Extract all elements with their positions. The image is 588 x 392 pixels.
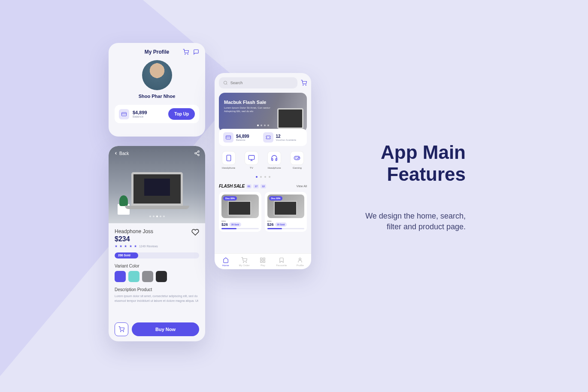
banner-dots[interactable] [219, 120, 307, 128]
tab-label: My Order [235, 264, 253, 267]
star-icon: ★ ★ ★ ★ ★ [115, 244, 137, 248]
tab-icon [297, 257, 303, 263]
tab-favourite[interactable]: Favourite [272, 257, 291, 267]
svg-point-5 [195, 152, 197, 154]
product-thumb: Disc 80% [221, 194, 259, 218]
tab-icon [223, 257, 229, 263]
category-item[interactable]: Handphone [219, 151, 238, 169]
chat-icon[interactable] [193, 49, 199, 55]
category-item[interactable]: Gaming [288, 151, 307, 169]
flash-price: $26 [267, 222, 274, 227]
tab-label: Pay [254, 264, 272, 267]
flash-price: $26 [221, 222, 228, 227]
profile-name: Shoo Phar Nhoe [115, 94, 199, 99]
flash-progress [267, 228, 305, 229]
promo-banner[interactable]: Macbuk Flash Sale Lorem Ipsum Dolor Sit … [219, 93, 307, 132]
svg-point-30 [246, 262, 246, 263]
category-item[interactable]: TV [242, 151, 261, 169]
flash-sold: 20 Sold [229, 222, 241, 227]
search-box[interactable] [219, 77, 297, 88]
reviews-row: ★ ★ ★ ★ ★ 1249 Reviews [115, 244, 199, 248]
search-input[interactable] [230, 81, 293, 85]
wallet-icon [119, 109, 129, 119]
category-item[interactable]: Headphone [265, 151, 284, 169]
product-title: Headphone Joss [115, 228, 153, 234]
color-swatch[interactable] [156, 271, 167, 282]
back-button[interactable]: Back [114, 151, 129, 156]
svg-line-7 [196, 154, 198, 155]
svg-rect-17 [227, 155, 230, 161]
tab-label: Profile [291, 264, 309, 267]
timer-hh: 01 [246, 184, 252, 188]
flash-product-card[interactable]: Disc 80%$86$2620 Sold [219, 192, 261, 232]
tab-label: Home [216, 264, 235, 267]
profile-card: My Profile Shoo Phar Nhoe $4,899 Balance… [109, 43, 205, 137]
color-swatch[interactable] [142, 271, 153, 282]
headline-title: App Main Features [365, 142, 466, 185]
view-all-link[interactable]: View All [297, 185, 307, 188]
flash-progress [221, 228, 259, 229]
voucher-icon [263, 132, 273, 143]
color-swatch[interactable] [128, 271, 139, 282]
svg-point-27 [299, 158, 299, 158]
balance-amount: $4,899 [133, 110, 147, 115]
avatar[interactable] [142, 60, 172, 90]
tab-icon [241, 257, 247, 263]
voucher-count: 12 [276, 134, 297, 139]
category-label: Gaming [288, 167, 307, 169]
add-cart-button[interactable] [115, 322, 128, 336]
svg-rect-31 [261, 258, 262, 260]
tab-my-order[interactable]: My Order [235, 257, 253, 267]
svg-line-8 [196, 152, 198, 153]
category-label: TV [242, 167, 261, 169]
topup-button[interactable]: Top Up [168, 108, 195, 120]
svg-rect-23 [276, 158, 277, 161]
search-icon [223, 80, 228, 85]
svg-rect-34 [261, 261, 262, 262]
tab-icon [260, 257, 266, 263]
home-balance-amount: $4,899 [236, 134, 249, 139]
carousel-dots[interactable] [109, 211, 205, 219]
voucher-label: Voucher Available [276, 139, 297, 141]
svg-point-4 [198, 151, 200, 152]
tab-pay[interactable]: Pay [254, 257, 272, 267]
color-swatches [115, 271, 199, 282]
category-dots[interactable] [219, 172, 307, 179]
balance-label: Balance [133, 115, 147, 118]
tab-home[interactable]: Home [216, 257, 235, 267]
flash-sold: 20 Sold [275, 222, 287, 227]
discount-badge: Disc 80% [223, 196, 237, 201]
svg-point-29 [243, 262, 244, 263]
svg-point-1 [188, 54, 188, 55]
headline-block: App Main Features We design the home, se… [365, 142, 466, 233]
tab-profile[interactable]: Profile [291, 257, 309, 267]
svg-rect-32 [264, 258, 265, 260]
flash-product-card[interactable]: Disc 80%$86$2620 Sold [265, 192, 307, 232]
category-grid: HandphoneTVHeadphoneGaming [219, 151, 307, 169]
svg-point-6 [198, 154, 200, 156]
svg-point-0 [185, 54, 185, 55]
svg-point-13 [303, 85, 303, 85]
category-label: Handphone [219, 167, 238, 169]
svg-rect-22 [272, 158, 273, 161]
wallet-icon [223, 132, 233, 143]
timer-ss: 12 [261, 184, 266, 188]
home-card: Macbuk Flash Sale Lorem Ipsum Dolor Sit … [215, 73, 311, 269]
buy-now-button[interactable]: Buy Now [132, 322, 199, 336]
svg-point-9 [121, 331, 121, 332]
variant-header: Variant Color [115, 264, 199, 268]
sold-progress: 200 Sold [115, 252, 199, 258]
heart-icon[interactable] [191, 228, 199, 236]
cart-icon[interactable] [301, 80, 307, 86]
timer-mm: 17 [253, 184, 259, 188]
color-swatch[interactable] [115, 271, 126, 282]
svg-rect-2 [122, 112, 127, 116]
cart-icon[interactable] [183, 49, 189, 55]
desc-text: Lorem ipsum dolor sit amet, consectetur … [115, 294, 199, 303]
svg-point-35 [299, 258, 301, 260]
category-icon [222, 151, 236, 165]
flash-sale-title: FLASH SALE [219, 184, 245, 188]
svg-point-26 [298, 158, 298, 158]
share-icon[interactable] [194, 150, 200, 156]
category-icon [290, 151, 304, 165]
